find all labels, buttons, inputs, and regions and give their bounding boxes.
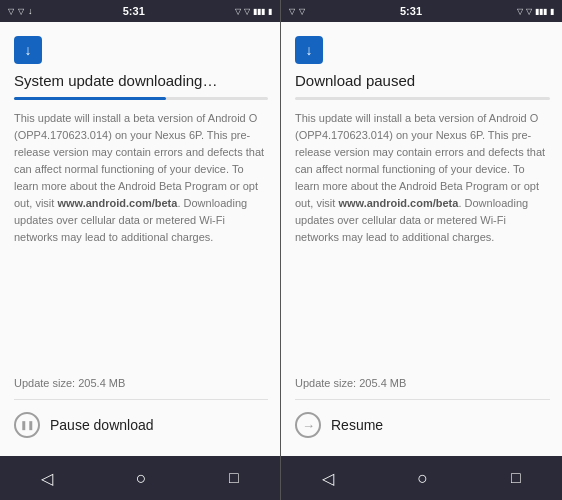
right-nav-recents[interactable]: □: [511, 469, 521, 487]
right-arrow-icon: →: [302, 418, 315, 433]
left-app-icon: ↓: [14, 36, 42, 64]
left-status-bar: ▽ ▽ ↓ 5:31 ▽ ▽ ▮▮▮ ▮: [0, 0, 280, 22]
right-action-label[interactable]: Resume: [331, 417, 383, 433]
left-progress-container: [14, 97, 268, 100]
left-app-icon-symbol: ↓: [25, 42, 32, 58]
right-progress-container: [295, 97, 550, 100]
right-body-link: www.android.com/beta: [338, 197, 458, 209]
left-body-part1: This update will install a beta version …: [14, 112, 264, 209]
left-update-size-value: 205.4 MB: [78, 377, 125, 389]
right-nav-back[interactable]: ◁: [322, 469, 334, 488]
right-signal-bars: ▮▮▮: [535, 7, 547, 16]
right-time: 5:31: [400, 5, 422, 17]
left-signal-bars: ▮▮▮: [253, 7, 265, 16]
right-app-icon-symbol: ↓: [306, 42, 313, 58]
left-update-size: Update size: 205.4 MB: [14, 377, 268, 389]
right-body-text: This update will install a beta version …: [295, 110, 550, 369]
left-wifi-icon: ▽: [244, 7, 250, 16]
right-wifi-icon: ▽: [526, 7, 532, 16]
right-content: ↓ Download paused This update will insta…: [281, 22, 562, 456]
left-action-button[interactable]: ❚❚ Pause download: [14, 404, 268, 446]
right-divider: [295, 399, 550, 400]
right-signal-icon: ▽: [517, 7, 523, 16]
left-screen: ▽ ▽ ↓ 5:31 ▽ ▽ ▮▮▮ ▮ ↓ System update dow…: [0, 0, 281, 500]
left-action-label[interactable]: Pause download: [50, 417, 154, 433]
left-body-text: This update will install a beta version …: [14, 110, 268, 369]
right-update-size-value: 205.4 MB: [359, 377, 406, 389]
left-update-size-label: Update size:: [14, 377, 75, 389]
right-body-part1: This update will install a beta version …: [295, 112, 545, 209]
left-pause-icon: ❚❚: [20, 420, 34, 430]
right-screen: ▽ ▽ 5:31 ▽ ▽ ▮▮▮ ▮ ↓ Download paused: [281, 0, 562, 500]
left-divider: [14, 399, 268, 400]
left-content: ↓ System update downloading… This update…: [0, 22, 280, 456]
left-title: System update downloading…: [14, 72, 268, 89]
left-body-link: www.android.com/beta: [57, 197, 177, 209]
right-arrow-icon-circle: →: [295, 412, 321, 438]
right-nav-home[interactable]: ○: [417, 468, 428, 489]
right-notif-icon-2: ▽: [299, 7, 305, 16]
right-app-icon: ↓: [295, 36, 323, 64]
left-nav-home[interactable]: ○: [136, 468, 147, 489]
right-status-bar: ▽ ▽ 5:31 ▽ ▽ ▮▮▮ ▮: [281, 0, 562, 22]
left-signal-icon: ▽: [235, 7, 241, 16]
left-battery-icon: ▮: [268, 7, 272, 16]
left-nav-back[interactable]: ◁: [41, 469, 53, 488]
left-progress-fill: [14, 97, 166, 100]
right-action-button[interactable]: → Resume: [295, 404, 550, 446]
left-nav-recents[interactable]: □: [229, 469, 239, 487]
right-update-size: Update size: 205.4 MB: [295, 377, 550, 389]
right-update-size-label: Update size:: [295, 377, 356, 389]
left-notif-icon-1: ▽: [8, 7, 14, 16]
left-time: 5:31: [123, 5, 145, 17]
right-nav-bar: ◁ ○ □: [281, 456, 562, 500]
left-nav-bar: ◁ ○ □: [0, 456, 280, 500]
right-title: Download paused: [295, 72, 550, 89]
left-pause-icon-circle: ❚❚: [14, 412, 40, 438]
right-battery-icon: ▮: [550, 7, 554, 16]
left-download-icon: ↓: [28, 6, 33, 16]
right-notif-icon-1: ▽: [289, 7, 295, 16]
left-notif-icon-2: ▽: [18, 7, 24, 16]
